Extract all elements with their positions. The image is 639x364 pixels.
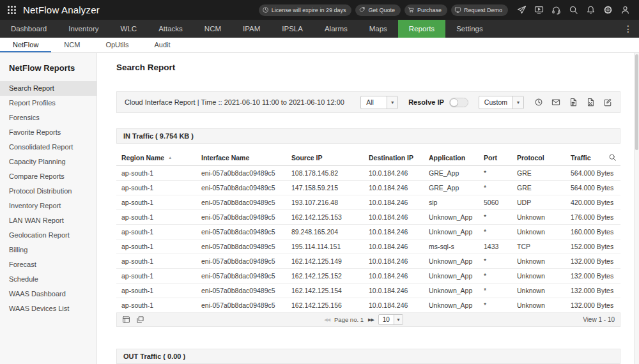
nav-item-dashboard[interactable]: Dashboard	[0, 20, 58, 38]
tab-oputils[interactable]: OpUtils	[93, 38, 141, 52]
user-icon[interactable]	[620, 5, 630, 15]
column-header-destination-ip[interactable]: Destination IP	[364, 150, 424, 166]
previous-page-icon[interactable]: ◀◀	[324, 317, 330, 322]
table-cell: UDP	[512, 195, 566, 210]
table-cell: 132.000 Bytes	[566, 254, 620, 269]
report-title: Cloud Interface Report | Time :: 2021-06…	[125, 98, 344, 106]
nav-item-maps[interactable]: Maps	[358, 20, 398, 38]
sidebar-item-compare-reports[interactable]: Compare Reports	[0, 169, 96, 184]
scrollbar-thumb[interactable]	[635, 54, 638, 150]
in-traffic-table: Region Name▲Interface NameSource IPDesti…	[116, 150, 620, 313]
top-header-bar: NetFlow Analyzer License will expire in …	[0, 0, 639, 20]
header-badge[interactable]: Purchase	[404, 4, 447, 16]
sidebar-item-inventory-report[interactable]: Inventory Report	[0, 199, 96, 213]
screen-share-icon[interactable]	[534, 5, 544, 15]
column-header-region-name[interactable]: Region Name▲	[116, 150, 196, 166]
edit-icon[interactable]	[603, 98, 612, 107]
nav-item-reports[interactable]: Reports	[398, 20, 445, 38]
nav-item-alarms[interactable]: Alarms	[314, 20, 358, 38]
sidebar-item-protocol-distribution[interactable]: Protocol Distribution	[0, 184, 96, 199]
next-page-icon[interactable]: ▶▶	[368, 317, 374, 322]
resolve-ip-label: Resolve IP	[408, 98, 444, 106]
sidebar-item-waas-dashboard[interactable]: WAAS Dashboard	[0, 287, 96, 301]
sidebar-item-forensics[interactable]: Forensics	[0, 110, 96, 125]
gear-icon[interactable]	[603, 5, 613, 15]
sidebar-item-consolidated-report[interactable]: Consolidated Report	[0, 140, 96, 155]
column-header-source-ip[interactable]: Source IP	[286, 150, 364, 166]
header-badge[interactable]: License will expire in 29 days	[259, 4, 352, 16]
column-header-application[interactable]: Application	[424, 150, 479, 166]
quote-tag-icon	[358, 6, 366, 13]
nav-overflow-menu-icon[interactable]: ⋮	[617, 20, 639, 38]
report-toolbar: Cloud Interface Report | Time :: 2021-06…	[116, 91, 620, 113]
table-cell: 564.000 Bytes	[566, 166, 620, 181]
sidebar-item-lan-wan-report[interactable]: LAN WAN Report	[0, 213, 96, 228]
column-header-interface-name[interactable]: Interface Name	[196, 150, 286, 166]
tab-netflow[interactable]: NetFlow	[0, 38, 51, 52]
sidebar-item-forecast[interactable]: Forecast	[0, 257, 96, 272]
pdf-export-icon[interactable]	[569, 98, 578, 107]
table-cell: 10.0.184.246	[364, 269, 424, 284]
nav-item-inventory[interactable]: Inventory	[58, 20, 109, 38]
table-cell: *	[479, 298, 512, 313]
table-cell: ap-south-1	[116, 225, 196, 239]
column-header-port[interactable]: Port	[479, 150, 512, 166]
table-cell: ap-south-1	[116, 181, 196, 195]
nav-item-attacks[interactable]: Attacks	[148, 20, 194, 38]
send-icon[interactable]	[517, 5, 527, 15]
nav-item-ipsla[interactable]: IPSLA	[271, 20, 314, 38]
page-size-dropdown[interactable]: 10 ▼	[378, 314, 403, 325]
headset-icon[interactable]	[551, 5, 561, 15]
sidebar-item-waas-devices-list[interactable]: WAAS Devices List	[0, 301, 96, 316]
sidebar-item-report-profiles[interactable]: Report Profiles	[0, 96, 96, 110]
bell-icon[interactable]	[586, 5, 596, 15]
resolve-ip-toggle[interactable]	[449, 98, 468, 107]
table-cell: ap-south-1	[116, 210, 196, 225]
sidebar-item-favorite-reports[interactable]: Favorite Reports	[0, 125, 96, 140]
column-label: Traffic	[571, 154, 591, 162]
module-tabs: NetFlowNCMOpUtilsAudit	[0, 38, 639, 53]
sidebar-item-geolocation-report[interactable]: Geolocation Report	[0, 228, 96, 243]
filter-dropdown[interactable]: All ▼	[360, 96, 398, 109]
header-badge[interactable]: Request Demo	[451, 4, 508, 16]
nav-item-settings[interactable]: Settings	[445, 20, 494, 38]
table-row: ap-south-1eni-057a0b8dac09489c5195.114.1…	[116, 239, 620, 254]
table-row: ap-south-1eni-057a0b8dac09489c5162.142.1…	[116, 298, 620, 313]
pagination-left-icons	[122, 315, 144, 324]
toggle-knob	[450, 98, 458, 107]
table-cell: Unknown_App	[424, 210, 479, 225]
nav-item-ipam[interactable]: IPAM	[232, 20, 271, 38]
email-icon[interactable]	[551, 98, 560, 107]
nav-item-ncm[interactable]: NCM	[194, 20, 232, 38]
column-header-protocol[interactable]: Protocol	[512, 150, 566, 166]
pagination-bar: ◀◀ Page no. 1 ▶▶ 10 ▼ View 1 - 10	[116, 313, 620, 327]
chevron-down-icon[interactable]: ▼	[512, 96, 523, 109]
sidebar-item-search-report[interactable]: Search Report	[0, 81, 96, 96]
sort-asc-icon[interactable]: ▲	[168, 155, 172, 160]
time-range-dropdown[interactable]: Custom ▼	[479, 96, 524, 109]
tab-ncm[interactable]: NCM	[51, 38, 93, 52]
export-icon[interactable]	[136, 315, 144, 324]
report-list-icon[interactable]	[122, 315, 130, 324]
table-cell: Unknown	[512, 298, 566, 313]
sidebar-item-billing[interactable]: Billing	[0, 243, 96, 257]
table-search-icon[interactable]	[608, 153, 617, 162]
column-header-traffic[interactable]: Traffic	[566, 150, 620, 166]
sidebar-item-capacity-planning[interactable]: Capacity Planning	[0, 155, 96, 169]
apps-grid-icon[interactable]	[8, 6, 16, 14]
vertical-scrollbar[interactable]	[634, 53, 639, 364]
chevron-down-icon[interactable]: ▼	[394, 315, 403, 324]
nav-item-wlc[interactable]: WLC	[110, 20, 148, 38]
header-badge[interactable]: Get Quote	[355, 4, 401, 16]
sidebar-item-schedule[interactable]: Schedule	[0, 272, 96, 287]
table-cell: *	[479, 181, 512, 195]
table-cell: 10.0.184.246	[364, 166, 424, 181]
search-icon[interactable]	[569, 5, 578, 15]
table-cell: 195.114.114.151	[286, 239, 364, 254]
csv-export-icon[interactable]	[586, 98, 595, 107]
tab-audit[interactable]: Audit	[141, 38, 183, 52]
main-content: Search Report Cloud Interface Report | T…	[97, 53, 639, 364]
clock-icon[interactable]	[534, 98, 543, 107]
chevron-down-icon[interactable]: ▼	[387, 96, 397, 109]
page-title: Search Report	[116, 63, 620, 72]
